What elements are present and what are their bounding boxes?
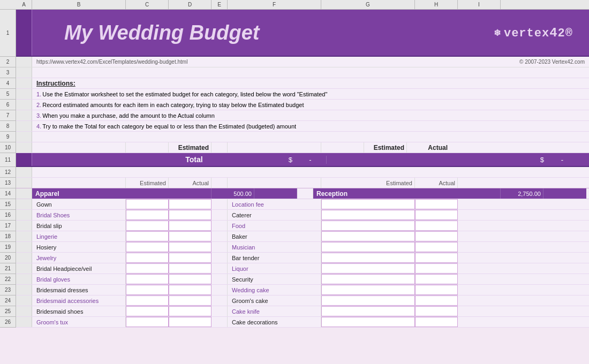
apparel-item-8-est[interactable] <box>126 285 169 295</box>
row-num-13: 13 <box>0 178 16 188</box>
reception-item-9: Groom's cake <box>228 295 321 306</box>
row-8: 4. Try to make the Total for each catego… <box>16 121 589 132</box>
reception-item-0-name: Location fee <box>232 201 264 208</box>
reception-item-5-est[interactable] <box>321 253 415 263</box>
col-I-header: I <box>458 0 501 9</box>
cell-E13 <box>212 178 228 188</box>
spacer-E23 <box>212 285 228 295</box>
row-11-total: Total $ - $ - <box>16 153 589 167</box>
col-F-header: F <box>228 0 321 9</box>
apparel-item-2-act[interactable] <box>169 221 212 231</box>
apparel-item-3-act[interactable] <box>169 231 212 241</box>
cell-I25 <box>458 306 501 316</box>
apparel-item-4-est[interactable] <box>126 242 169 252</box>
reception-item-7-est[interactable] <box>321 274 415 284</box>
instruction-2: Record estimated amounts for each item i… <box>42 102 304 108</box>
total-dollar1: $ <box>262 156 294 164</box>
reception-item-8-est[interactable] <box>321 285 415 295</box>
cell-A23 <box>16 285 32 295</box>
reception-item-6-est[interactable] <box>321 263 415 274</box>
reception-item-4-est[interactable] <box>321 242 415 252</box>
row-num-2: 2 <box>0 57 16 67</box>
reception-item-0-est[interactable] <box>321 199 415 209</box>
reception-item-7-act[interactable] <box>415 274 458 284</box>
reception-item-0-act[interactable] <box>415 199 458 209</box>
apparel-item-10-est[interactable] <box>126 306 169 316</box>
cell-B8: 4. Try to make the Total for each catego… <box>32 121 589 131</box>
reception-item-5-act[interactable] <box>415 253 458 263</box>
cell-A5 <box>16 89 32 99</box>
apparel-item-9-est[interactable] <box>126 295 169 306</box>
apparel-item-9-act[interactable] <box>169 295 212 306</box>
apparel-item-8-act[interactable] <box>169 285 212 295</box>
apparel-item-1-act[interactable] <box>169 210 212 220</box>
row-num-7: 7 <box>0 110 16 121</box>
reception-item-9-act[interactable] <box>415 295 458 306</box>
apparel-item-4-act[interactable] <box>169 242 212 252</box>
apparel-item-4-name: Hosiery <box>36 244 56 251</box>
row-22: Bridal gloves Security <box>16 274 589 285</box>
apparel-header: Apparel <box>32 188 212 199</box>
apparel-item-2-est[interactable] <box>126 221 169 231</box>
col-D-header: D <box>169 0 212 9</box>
reception-estimated-cell: 2,750.00 <box>501 188 543 199</box>
reception-item-10-act[interactable] <box>415 306 458 316</box>
apparel-item-5-est[interactable] <box>126 253 169 263</box>
cell-B10 <box>32 142 126 153</box>
cell-A6 <box>16 100 32 110</box>
row-num-5: 5 <box>0 89 16 100</box>
cell-I13 <box>458 178 501 188</box>
reception-item-1-act[interactable] <box>415 210 458 220</box>
reception-item-2-name: Food <box>232 223 245 229</box>
website-url: https://www.vertex42.com/ExcelTemplates/… <box>36 59 187 65</box>
apparel-item-0-est[interactable] <box>126 199 169 209</box>
reception-item-3-act[interactable] <box>415 231 458 241</box>
reception-item-2-est[interactable] <box>321 221 415 231</box>
reception-item-9-est[interactable] <box>321 295 415 306</box>
cell-I17 <box>458 221 501 231</box>
spacer-E24 <box>212 295 228 306</box>
row-num-26: 26 <box>0 317 16 328</box>
reception-item-1-est[interactable] <box>321 210 415 220</box>
cell-A18 <box>16 231 32 241</box>
reception-item-0: Location fee <box>228 199 321 209</box>
spacer-E20 <box>212 253 228 263</box>
apparel-item-11-est[interactable] <box>126 317 169 327</box>
title-area: My Wedding Budget ❄ vertex42® <box>32 21 589 44</box>
apparel-item-8-name: Bridesmaid dresses <box>36 287 88 293</box>
apparel-item-5-act[interactable] <box>169 253 212 263</box>
reception-item-11-est[interactable] <box>321 317 415 327</box>
reception-item-6-act[interactable] <box>415 263 458 274</box>
reception-item-3-est[interactable] <box>321 231 415 241</box>
apparel-item-10-act[interactable] <box>169 306 212 316</box>
apparel-item-7-est[interactable] <box>126 274 169 284</box>
apparel-estimated-value: 500.00 <box>233 191 252 197</box>
reception-item-3-name: Baker <box>232 233 247 240</box>
cell-I19 <box>458 242 501 252</box>
total-label: Total <box>185 155 202 164</box>
apparel-label: Apparel <box>35 190 59 198</box>
reception-item-11-act[interactable] <box>415 317 458 327</box>
reception-item-10-est[interactable] <box>321 306 415 316</box>
reception-item-4-act[interactable] <box>415 242 458 252</box>
apparel-item-6-act[interactable] <box>169 263 212 274</box>
row-num-9: 9 <box>0 132 16 142</box>
reception-item-8-act[interactable] <box>415 285 458 295</box>
reception-item-2-act[interactable] <box>415 221 458 231</box>
apparel-item-1-est[interactable] <box>126 210 169 220</box>
cell-A1[interactable] <box>16 10 32 56</box>
reception-item-5: Bar tender <box>228 253 321 263</box>
apparel-item-11-act[interactable] <box>169 317 212 327</box>
apparel-item-0-name: Gown <box>36 201 52 208</box>
apparel-item-1: Bridal Shoes <box>32 210 126 220</box>
col-header-actual-left: Actual <box>169 178 212 188</box>
row-14: Apparel 500.00 Reception 2,750.00 <box>16 188 589 199</box>
total-act-value: - <box>561 156 563 164</box>
apparel-item-6-est[interactable] <box>126 263 169 274</box>
apparel-item-3-est[interactable] <box>126 231 169 241</box>
apparel-item-6: Bridal Headpiece/veil <box>32 263 126 274</box>
inst-num-2: 2. <box>36 102 41 108</box>
apparel-item-0-act[interactable] <box>169 199 212 209</box>
col-J-header <box>501 0 589 9</box>
apparel-item-7-act[interactable] <box>169 274 212 284</box>
